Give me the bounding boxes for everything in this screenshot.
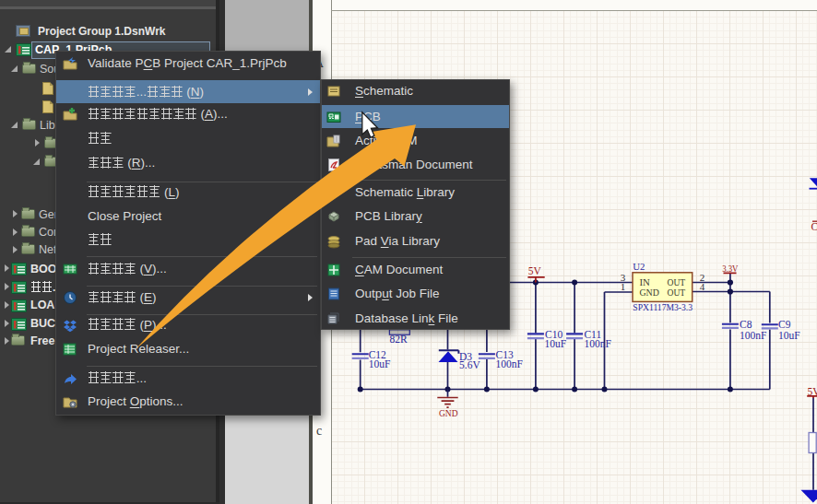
svg-text:U2: U2 — [633, 261, 645, 272]
svg-text:3.3V: 3.3V — [722, 264, 739, 274]
svg-text:100nF: 100nF — [740, 330, 766, 341]
svg-text:10uF: 10uF — [778, 330, 800, 341]
svg-text:SPX1117M3-3.3: SPX1117M3-3.3 — [633, 301, 693, 312]
svg-text:100nF: 100nF — [496, 358, 523, 369]
svg-text:5V: 5V — [528, 265, 542, 276]
svg-text:5V: 5V — [808, 386, 817, 397]
svg-text:10uF: 10uF — [544, 338, 566, 349]
svg-text:OUT: OUT — [668, 287, 686, 298]
svg-text:4: 4 — [700, 281, 705, 292]
svg-text:10uF: 10uF — [369, 358, 391, 369]
svg-text:C: C — [811, 221, 817, 232]
svg-text:100nF: 100nF — [584, 338, 610, 349]
svg-text:82R: 82R — [390, 334, 408, 345]
svg-text:GND: GND — [439, 408, 458, 418]
svg-text:1: 1 — [621, 281, 626, 292]
svg-text:GND: GND — [639, 287, 659, 298]
svg-text:5.6V: 5.6V — [459, 359, 480, 370]
